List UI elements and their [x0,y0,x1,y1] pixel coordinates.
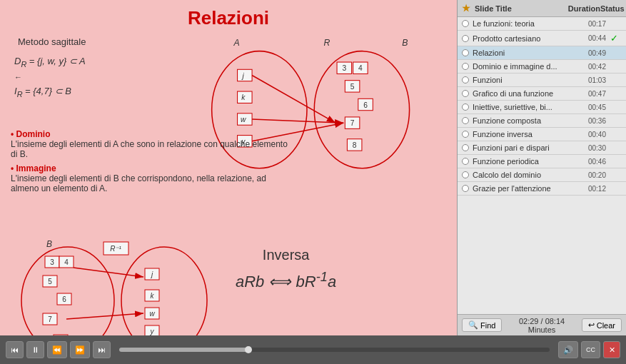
svg-rect-46 [54,335,68,335]
slide-radio-dot [462,103,469,111]
slide-item-duration: 00:45 [574,103,606,111]
find-label: Find [480,321,495,330]
svg-text:y: y [150,328,155,335]
progress-bar[interactable] [119,348,550,352]
slide-item-duration: 00:40 [574,131,606,138]
svg-text:3: 3 [342,64,346,72]
slide-list-item[interactable]: Iniettive, suriettive, bi... 00:45 [458,101,626,114]
find-bar: 🔍 Find 02:29 / 08:14 Minutes ↩ Clear [458,314,626,335]
slide-list-item[interactable]: Grazie per l'attenzione 00:12 [458,182,626,196]
bottom-diagram-svg: B R⁻¹ 3 4 5 6 7 8 [7,236,236,335]
slide-item-duration: 00:49 [574,49,606,57]
svg-line-57 [66,313,143,319]
slide-item-duration: 00:20 [574,171,606,179]
clear-button[interactable]: ↩ Clear [582,318,622,332]
time-display: 02:29 / 08:14 Minutes [505,317,578,334]
metodo-label: Metodo sagittale [18,36,86,47]
slide-item-duration: 00:30 [574,144,606,152]
bottom-toolbar: ⏮ ⏸ ⏪ ⏩ ⏭ 🔊 CC ✕ [0,335,626,364]
slide-item-title: Prodotto cartesiano [473,34,574,43]
clear-icon: ↩ [588,320,595,330]
svg-text:5: 5 [48,278,52,285]
svg-rect-7 [238,69,253,81]
col-duration-header: Duration [561,4,600,13]
slide-item-duration: 01:03 [574,76,606,84]
clear-label: Clear [597,321,615,330]
slide-list-item[interactable]: Funzione inversa 00:40 [458,128,626,141]
slide-list-item[interactable]: Funzioni 01:03 [458,74,626,87]
star-icon: ★ [462,3,470,14]
slide-radio-dot [462,76,469,84]
formula-area: DR = {j, w, y} ⊂ A ← IR = {4,7} ⊂ B [14,54,86,99]
svg-text:7: 7 [350,119,355,127]
slide-radio-dot [462,20,469,27]
slide-item-duration: 00:46 [574,158,606,166]
slide-radio-dot [462,49,469,56]
slide-radio-dot [462,63,469,70]
slide-radio-dot [462,185,469,192]
inversa-label: Inversa [236,247,336,263]
inversa-section: Inversa aRb ⟺ bR-1a [236,247,336,291]
search-icon: 🔍 [468,320,478,330]
dominio-text: L'insieme degli elementi di A che sono i… [11,139,296,159]
progress-fill [119,348,248,352]
svg-line-27 [252,75,335,123]
dominio-label: • Dominio [11,129,51,139]
svg-text:B: B [402,38,408,48]
svg-text:5: 5 [350,83,355,91]
volume-button[interactable]: 🔊 [558,341,578,358]
slide-list-header: ★ Slide Title Duration Status [458,0,626,17]
col-title-header: Slide Title [475,4,561,13]
svg-text:R: R [324,38,330,48]
slide-list-item[interactable]: Relazioni 00:49 [458,46,626,60]
slide-list-body[interactable]: Le funzioni: teoria 00:17 Prodotto carte… [458,17,626,314]
svg-text:B: B [46,239,52,249]
svg-text:4: 4 [64,258,69,266]
next-button[interactable]: ⏩ [70,341,90,358]
close-button[interactable]: ✕ [603,341,620,358]
svg-text:4: 4 [358,64,363,72]
svg-text:3: 3 [50,258,54,266]
slide-item-duration: 00:12 [574,185,606,193]
slide-list-panel: ★ Slide Title Duration Status Le funzion… [457,0,626,335]
slide-list-item[interactable]: Dominio e immagine d... 00:42 [458,60,626,74]
slide-list-item[interactable]: Funzioni pari e dispari 00:30 [458,141,626,155]
slide-list-item[interactable]: Funzione composta 00:36 [458,114,626,128]
slide-list-item[interactable]: Calcolo del dominio 00:20 [458,168,626,182]
svg-text:6: 6 [363,101,368,109]
svg-text:7: 7 [48,315,52,323]
slide-item-title: Grazie per l'attenzione [473,184,574,193]
slide-radio-dot [462,90,469,97]
slide-item-title: Le funzioni: teoria [473,19,574,28]
slide-item-title: Funzioni [473,76,574,84]
pause-button[interactable]: ⏸ [26,341,44,358]
slide-item-title: Funzione periodica [473,157,574,166]
immagine-text: L'insieme degli elementi di B che corris… [11,173,296,193]
slide-list-item[interactable]: Le funzioni: teoria 00:17 [458,17,626,31]
cc-button[interactable]: CC [581,341,600,358]
prev-button[interactable]: ⏪ [47,341,67,358]
slide-list-item[interactable]: Funzione periodica 00:46 [458,155,626,168]
slide-item-duration: 00:17 [574,20,606,28]
slide-item-title: Relazioni [473,49,574,57]
find-button[interactable]: 🔍 Find [462,318,502,332]
slide-item-title: Funzione composta [473,116,574,125]
progress-dot [245,346,252,353]
slide-item-status: ✓ [606,33,622,44]
svg-text:w: w [241,116,246,123]
forward-button[interactable]: ⏭ [93,341,111,358]
svg-text:8: 8 [353,141,357,149]
svg-text:6: 6 [62,295,66,303]
slide-radio-dot [462,158,469,165]
slide-list-item[interactable]: Prodotto cartesiano 00:44 ✓ [458,31,626,46]
slide-item-title: Funzione inversa [473,130,574,138]
rewind-button[interactable]: ⏮ [6,341,24,358]
slide-radio-dot [462,144,469,151]
slide-radio-dot [462,131,469,138]
svg-text:A: A [233,38,239,48]
diagram-bottom: B R⁻¹ 3 4 5 6 7 8 [7,236,236,335]
slide-item-duration: 00:44 [574,34,606,42]
slide-list-item[interactable]: Grafico di una funzione 00:47 [458,87,626,101]
slide-item-title: Grafico di una funzione [473,89,574,98]
slide-radio-dot [462,35,469,42]
